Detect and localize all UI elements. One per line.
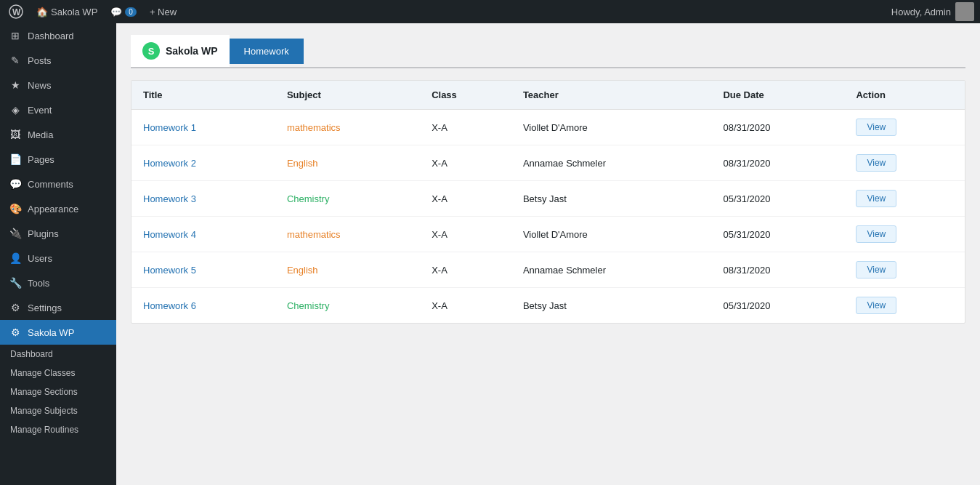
plugin-logo-icon: S <box>142 42 160 60</box>
sidebar-item-sakola-wp[interactable]: ⚙ Sakola WP <box>0 320 116 345</box>
user-avatar[interactable] <box>955 2 974 21</box>
sidebar-label-appearance: Appearance <box>28 204 78 215</box>
site-name[interactable]: 🏠 Sakola WP <box>33 7 100 17</box>
sidebar-item-tools[interactable]: 🔧 Tools <box>0 270 116 295</box>
subject-link-3[interactable]: mathematics <box>287 229 341 240</box>
pages-icon: 📄 <box>9 153 22 166</box>
cell-class-1: X-A <box>420 145 511 181</box>
tools-icon: 🔧 <box>9 276 22 289</box>
sidebar-item-posts[interactable]: ✎ Posts <box>0 48 116 73</box>
cell-subject-4: English <box>275 252 420 288</box>
cell-due-date-5: 05/31/2020 <box>711 288 844 324</box>
view-button-1[interactable]: View <box>856 154 896 172</box>
view-button-5[interactable]: View <box>856 297 896 314</box>
cell-action-0: View <box>844 110 965 145</box>
sidebar-item-news[interactable]: ★ News <box>0 73 116 97</box>
main-content: S Sakola WP Homework Title Subject Class… <box>116 23 980 485</box>
table-header: Title Subject Class Teacher Due Date Act… <box>131 81 965 110</box>
view-button-3[interactable]: View <box>856 225 896 243</box>
wp-logo[interactable]: W <box>6 4 26 19</box>
appearance-icon: 🎨 <box>9 202 22 215</box>
table-row: Homework 1 mathematics X-A Viollet D'Amo… <box>131 110 965 145</box>
homework-table-container: Title Subject Class Teacher Due Date Act… <box>131 80 965 324</box>
new-content-button[interactable]: + New <box>147 7 179 17</box>
sidebar-item-settings[interactable]: ⚙ Settings <box>0 295 116 320</box>
col-due-date: Due Date <box>711 81 844 110</box>
view-button-4[interactable]: View <box>856 261 896 278</box>
table-row: Homework 3 Chemistry X-A Betsy Jast 05/3… <box>131 181 965 217</box>
view-button-0[interactable]: View <box>856 119 896 136</box>
sidebar-item-pages[interactable]: 📄 Pages <box>0 147 116 172</box>
homework-tab[interactable]: Homework <box>230 39 304 64</box>
plugin-header: S Sakola WP Homework <box>131 35 965 68</box>
sidebar-item-appearance[interactable]: 🎨 Appearance <box>0 196 116 221</box>
media-icon: 🖼 <box>9 128 22 141</box>
posts-icon: ✎ <box>9 54 22 67</box>
top-bar-left: W 🏠 Sakola WP 💬 0 + New <box>6 4 883 19</box>
table-row: Homework 5 English X-A Annamae Schmeler … <box>131 252 965 288</box>
top-bar-right: Howdy, Admin <box>891 2 974 21</box>
sub-item-manage-classes[interactable]: Manage Classes <box>0 364 116 382</box>
table-body: Homework 1 mathematics X-A Viollet D'Amo… <box>131 110 965 324</box>
sub-item-manage-sections[interactable]: Manage Sections <box>0 382 116 401</box>
layout: ⊞ Dashboard ✎ Posts ★ News ◈ Event 🖼 Med… <box>0 23 980 485</box>
event-icon: ◈ <box>9 103 22 116</box>
sidebar-item-plugins[interactable]: 🔌 Plugins <box>0 221 116 246</box>
table-row: Homework 6 Chemistry X-A Betsy Jast 05/3… <box>131 288 965 324</box>
subject-link-5[interactable]: Chemistry <box>287 300 330 311</box>
sub-item-manage-routines[interactable]: Manage Routines <box>0 420 116 439</box>
homework-title-link-2[interactable]: Homework 3 <box>143 193 196 204</box>
sidebar-label-comments: Comments <box>28 179 73 190</box>
subject-link-0[interactable]: mathematics <box>287 122 341 133</box>
cell-due-date-4: 08/31/2020 <box>711 252 844 288</box>
settings-icon: ⚙ <box>9 301 22 314</box>
sub-item-dashboard[interactable]: Dashboard <box>0 345 116 364</box>
homework-title-link-3[interactable]: Homework 4 <box>143 229 196 240</box>
cell-title-3: Homework 4 <box>131 217 275 252</box>
sidebar-item-media[interactable]: 🖼 Media <box>0 122 116 147</box>
news-icon: ★ <box>9 79 22 92</box>
dashboard-icon: ⊞ <box>9 29 22 42</box>
subject-link-2[interactable]: Chemistry <box>287 193 330 204</box>
cell-title-1: Homework 2 <box>131 145 275 181</box>
sidebar-label-tools: Tools <box>28 278 49 289</box>
cell-due-date-0: 08/31/2020 <box>711 110 844 145</box>
comments-link[interactable]: 💬 0 <box>108 7 139 17</box>
sidebar-item-dashboard[interactable]: ⊞ Dashboard <box>0 23 116 48</box>
plugin-logo-text: Sakola WP <box>166 45 218 57</box>
homework-title-link-1[interactable]: Homework 2 <box>143 158 196 169</box>
cell-due-date-3: 05/31/2020 <box>711 217 844 252</box>
home-icon: 🏠 <box>36 7 48 17</box>
plugin-logo: S Sakola WP <box>131 35 230 67</box>
cell-class-3: X-A <box>420 217 511 252</box>
cell-subject-5: Chemistry <box>275 288 420 324</box>
cell-class-5: X-A <box>420 288 511 324</box>
col-subject: Subject <box>275 81 420 110</box>
cell-teacher-2: Betsy Jast <box>511 181 712 217</box>
top-bar: W 🏠 Sakola WP 💬 0 + New Howdy, Admin <box>0 0 980 23</box>
view-button-2[interactable]: View <box>856 190 896 207</box>
cell-title-0: Homework 1 <box>131 110 275 145</box>
sidebar-item-event[interactable]: ◈ Event <box>0 97 116 122</box>
subject-link-1[interactable]: English <box>287 158 318 169</box>
homework-title-link-4[interactable]: Homework 5 <box>143 265 196 276</box>
homework-title-link-5[interactable]: Homework 6 <box>143 300 196 311</box>
col-action: Action <box>844 81 965 110</box>
comment-icon: 💬 <box>110 7 122 17</box>
homework-title-link-0[interactable]: Homework 1 <box>143 122 196 133</box>
sidebar-item-comments[interactable]: 💬 Comments <box>0 172 116 196</box>
cell-subject-2: Chemistry <box>275 181 420 217</box>
howdy-text: Howdy, Admin <box>891 7 951 17</box>
sidebar-item-users[interactable]: 👤 Users <box>0 246 116 270</box>
sidebar-label-sakola-wp: Sakola WP <box>28 327 74 338</box>
subject-link-4[interactable]: English <box>287 265 318 276</box>
sidebar-label-users: Users <box>28 253 52 264</box>
sidebar-label-dashboard: Dashboard <box>28 31 74 41</box>
sub-item-manage-subjects[interactable]: Manage Subjects <box>0 401 116 420</box>
sidebar-label-news: News <box>28 80 52 91</box>
users-icon: 👤 <box>9 252 22 265</box>
col-title: Title <box>131 81 275 110</box>
cell-title-5: Homework 6 <box>131 288 275 324</box>
sidebar-label-settings: Settings <box>28 302 62 313</box>
cell-class-0: X-A <box>420 110 511 145</box>
